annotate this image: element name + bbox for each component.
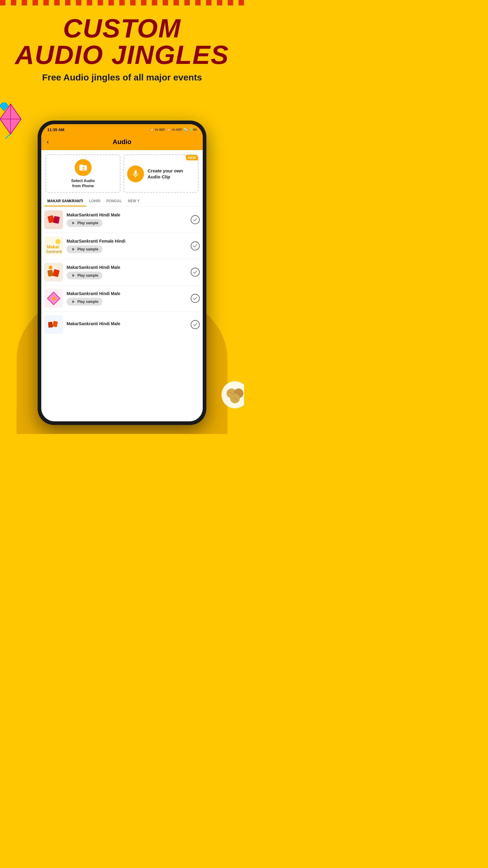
audio-name-4: MakarSankranti Hindi Male [67,291,187,296]
mic-person-icon [131,169,140,179]
app-content: Select Audiofrom Phone NEW Create your o… [41,150,203,421]
signal-icon: 📶 [150,128,154,132]
status-bar: 11:35 AM 📶 Vo WiFi 📶 Vo WiFi 📡 🔋44 [41,124,203,135]
phone-outer-shell: 11:35 AM 📶 Vo WiFi 📶 Vo WiFi 📡 🔋44 ‹ Aud… [38,121,206,425]
svg-rect-22 [47,270,53,277]
hero-subtitle: Free Audio jingles of all major events [12,72,232,83]
wifi3-icon: 📡 [184,128,188,132]
check-circle-1[interactable] [191,215,200,224]
wifi-icon: Vo WiFi [155,128,165,131]
hero-section: CUSTOM AUDIO JINGLES Free Audio jingles … [0,9,244,83]
audio-thumb-5 [44,315,63,334]
phone-mockup: 11:35 AM 📶 Vo WiFi 📶 Vo WiFi 📡 🔋44 ‹ Aud… [38,121,206,425]
tab-pongal[interactable]: PONGAL [103,196,125,207]
svg-point-13 [235,399,236,400]
phone-screen: 11:35 AM 📶 Vo WiFi 📶 Vo WiFi 📡 🔋44 ‹ Aud… [41,124,203,421]
signal2-icon: 📶 [166,128,170,132]
audio-item: MakarSankranti Hindi Male Play sample [44,207,200,233]
audio-thumb-4 [44,289,63,308]
svg-point-28 [52,297,55,300]
create-audio-icon-circle [127,165,144,182]
audio-info-2: MakarSankranti Female Hindi Play sample [67,239,187,253]
select-audio-card[interactable]: Select Audiofrom Phone [45,154,121,193]
svg-point-24 [48,266,52,269]
svg-point-7 [230,394,240,403]
back-button[interactable]: ‹ [47,138,49,146]
folder-music-icon [78,163,88,172]
play-button-4[interactable]: Play sample [67,298,102,306]
svg-rect-30 [48,321,53,328]
audio-name-3: MakarSankranti Hindi Male [67,265,187,270]
hero-title: CUSTOM AUDIO JINGLES [12,15,232,68]
battery-icon: 🔋44 [189,128,197,132]
kite-decoration [0,102,24,138]
app-header: ‹ Audio [41,135,203,150]
select-audio-icon-circle [75,159,92,176]
audio-name-2: MakarSankranti Female Hindi [67,239,187,244]
play-icon-3 [71,273,76,278]
select-audio-label: Select Audiofrom Phone [71,179,95,189]
check-icon-1 [193,217,198,222]
audio-item: MakarSankranti Hindi Male Play sample [44,259,200,285]
play-icon-2 [71,247,76,252]
audio-name-1: MakarSankranti Hindi Male [67,213,187,217]
tabs-row: MAKAR SANKRANTI LOHRI PONGAL NEW Y [41,196,203,207]
app-header-title: Audio [113,138,131,146]
check-icon-3 [193,270,198,275]
audio-thumb-2: Makar Sankranti [44,237,63,255]
audio-info-3: MakarSankranti Hindi Male Play sample [67,265,187,279]
audio-item: MakarSankranti Hindi Male Play sample [44,285,200,312]
check-icon-2 [193,243,198,249]
svg-point-8 [230,392,231,393]
new-badge: NEW [186,155,198,160]
check-circle-5[interactable] [191,320,200,329]
status-icons: 📶 Vo WiFi 📶 Vo WiFi 📡 🔋44 [150,128,197,132]
play-button-2[interactable]: Play sample [67,245,102,253]
svg-point-9 [232,394,233,395]
audio-item: Makar Sankranti MakarSankranti Female Hi… [44,233,200,259]
svg-point-20 [56,239,61,244]
top-border [0,0,244,5]
create-audio-card[interactable]: NEW Create your ownAudio Clip [124,154,198,193]
options-row: Select Audiofrom Phone NEW Create your o… [41,150,203,196]
check-circle-3[interactable] [191,268,200,277]
audio-info-5: MakarSankranti Hindi Male [67,321,187,328]
svg-rect-16 [53,216,60,224]
audio-info-4: MakarSankranti Hindi Male Play sample [67,291,187,306]
create-audio-label: Create your ownAudio Clip [148,168,183,180]
audio-info-1: MakarSankranti Hindi Male Play sample [67,213,187,227]
wifi2-icon: Vo WiFi [172,128,182,131]
audio-name-5: MakarSankranti Hindi Male [67,321,187,326]
play-icon-1 [71,221,76,225]
svg-point-12 [233,397,235,398]
tab-newy[interactable]: NEW Y [125,196,142,207]
svg-point-10 [237,392,238,393]
check-icon-4 [193,296,198,301]
status-time: 11:35 AM [47,127,64,132]
play-button-1[interactable]: Play sample [67,219,102,227]
play-button-3[interactable]: Play sample [67,272,102,279]
audio-list: MakarSankranti Hindi Male Play sample [41,207,203,338]
svg-text:Makar: Makar [47,244,59,249]
sweets-decoration [220,380,244,410]
check-icon-5 [193,322,198,327]
play-icon-4 [71,299,76,304]
tab-makar-sankranti[interactable]: MAKAR SANKRANTI [44,196,86,207]
svg-text:Sankranti: Sankranti [46,250,62,254]
tab-lohri[interactable]: LOHRI [86,196,103,207]
audio-item: MakarSankranti Hindi Male [44,312,200,338]
audio-thumb-3 [44,263,63,281]
svg-point-11 [239,394,240,395]
check-circle-4[interactable] [191,294,200,303]
check-circle-2[interactable] [191,241,200,250]
audio-thumb-1 [44,210,63,229]
